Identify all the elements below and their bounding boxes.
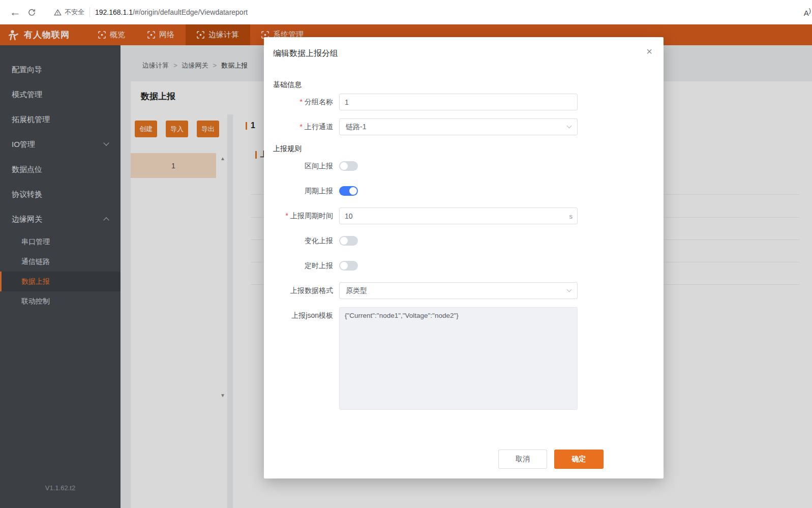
dialog-footer: 取消 确定 — [498, 450, 604, 469]
group-name-label: 分组名称 — [273, 98, 333, 107]
chevron-down-icon — [567, 287, 572, 292]
form-row-data-format: 上报数据格式 原类型 — [273, 282, 578, 299]
period-time-label: 上报周期时间 — [273, 212, 333, 221]
page: 有人物联网 概览 网络 边缘计算 系统管理 — [0, 24, 812, 508]
url-text[interactable]: 192.168.1.1/#/origin/defaultEdge/Viewdat… — [95, 8, 248, 16]
form-row-interval-report: 区间上报 — [273, 158, 578, 174]
uplink-channel-label: 上行通道 — [273, 123, 333, 132]
form-row-timed-report: 定时上报 — [273, 257, 578, 274]
close-icon[interactable]: × — [646, 46, 652, 56]
form-row-period-time: 上报周期时间 s — [273, 207, 578, 224]
url-divider — [89, 7, 90, 17]
interval-report-label: 区间上报 — [273, 162, 333, 171]
json-template-label: 上报json模板 — [273, 307, 333, 320]
group-name-input[interactable] — [339, 94, 578, 110]
edit-report-group-dialog: 编辑数据上报分组 × 基础信息 分组名称 上行通道 链路-1 上报规则 区间上报 — [264, 37, 664, 479]
timed-report-toggle[interactable] — [339, 261, 358, 271]
data-format-value: 原类型 — [346, 286, 367, 295]
confirm-button[interactable]: 确定 — [554, 450, 604, 469]
chevron-down-icon — [567, 124, 572, 129]
change-report-toggle[interactable] — [339, 236, 358, 246]
cancel-button[interactable]: 取消 — [498, 450, 547, 469]
period-time-input[interactable] — [339, 207, 578, 224]
uplink-channel-value: 链路-1 — [346, 123, 366, 132]
change-report-label: 变化上报 — [273, 236, 333, 246]
dialog-title: 编辑数据上报分组 — [264, 37, 664, 58]
form-row-json-template: 上报json模板 {"Current":"node1","Voltage":"n… — [273, 307, 578, 410]
period-report-label: 周期上报 — [273, 187, 333, 196]
period-time-wrap: s — [339, 207, 578, 224]
timed-report-label: 定时上报 — [273, 261, 333, 271]
browser-back-icon[interactable]: ← — [7, 4, 23, 20]
form-row-change-report: 变化上报 — [273, 232, 578, 249]
refresh-icon — [27, 8, 36, 17]
url-path: /#/origin/defaultEdge/Viewdatareport — [133, 8, 248, 16]
section-report-rules: 上报规则 — [273, 143, 664, 154]
security-chip[interactable]: 不安全 — [54, 8, 84, 17]
section-basic-info: 基础信息 — [273, 79, 664, 89]
screen: ← 不安全 192.168.1.1/#/origin/defaultEdge/V… — [0, 0, 812, 508]
uplink-channel-select[interactable]: 链路-1 — [339, 118, 578, 135]
security-label: 不安全 — [65, 8, 84, 17]
warning-triangle-icon — [54, 9, 62, 16]
form-row-uplink-channel: 上行通道 链路-1 — [273, 118, 578, 135]
data-format-select[interactable]: 原类型 — [339, 282, 578, 299]
interval-report-toggle[interactable] — [339, 161, 358, 171]
form-row-group-name: 分组名称 — [273, 94, 578, 110]
browser-toolbar: ← 不安全 192.168.1.1/#/origin/defaultEdge/V… — [0, 0, 812, 24]
seconds-unit: s — [569, 212, 573, 220]
json-template-textarea[interactable]: {"Current":"node1","Voltage":"node2"} — [339, 307, 578, 410]
form-row-period-report: 周期上报 — [273, 183, 578, 199]
read-aloud-icon[interactable]: A) — [804, 7, 811, 17]
data-format-label: 上报数据格式 — [273, 286, 333, 295]
browser-refresh-icon[interactable] — [23, 4, 40, 20]
address-bar[interactable]: 不安全 192.168.1.1/#/origin/defaultEdge/Vie… — [54, 7, 805, 17]
url-host: 192.168.1.1 — [95, 8, 133, 16]
period-report-toggle[interactable] — [339, 186, 358, 196]
